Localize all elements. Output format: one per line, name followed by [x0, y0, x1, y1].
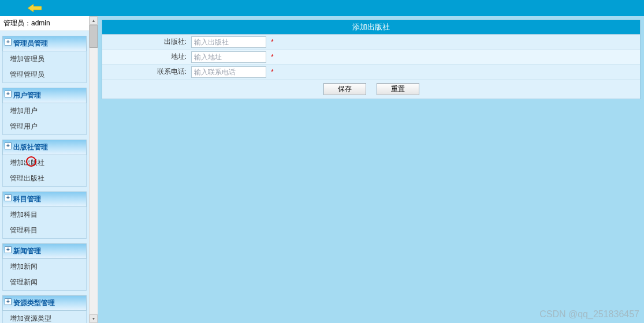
content-area: 添加出版社 出版社: * 地址: * 联系电话: * — [98, 16, 644, 323]
label-phone: 联系电话: — [102, 67, 189, 77]
input-phone[interactable] — [191, 66, 266, 78]
admin-name: admin — [31, 19, 50, 27]
sidebar-item-manage-admin[interactable]: 管理管理员 — [3, 67, 86, 82]
menu-header-user[interactable]: 用户管理 — [2, 88, 87, 103]
form-panel: 添加出版社 出版社: * 地址: * 联系电话: * — [102, 20, 641, 99]
required-mark: * — [271, 68, 274, 76]
label-address: 地址: — [102, 52, 189, 62]
admin-info: 管理员：admin — [0, 16, 89, 31]
save-button[interactable]: 保存 — [323, 83, 366, 95]
scroll-up-icon[interactable]: ▴ — [90, 16, 98, 25]
menu-header-admin[interactable]: 管理员管理 — [2, 36, 87, 51]
scroll-thumb[interactable] — [90, 25, 98, 48]
sidebar-item-manage-subject[interactable]: 管理科目 — [3, 223, 86, 238]
sidebar-item-manage-user[interactable]: 管理用户 — [3, 119, 86, 134]
menu-group-news: 新闻管理 增加新闻 管理新闻 — [2, 243, 87, 291]
menu-header-news[interactable]: 新闻管理 — [2, 243, 87, 259]
row-publisher: 出版社: * — [102, 35, 640, 50]
menu-group-subject: 科目管理 增加科目 管理科目 — [2, 191, 87, 239]
panel-title: 添加出版社 — [102, 20, 640, 35]
menu-header-resource[interactable]: 资源类型管理 — [2, 295, 87, 311]
menu-group-admin: 管理员管理 增加管理员 管理管理员 — [2, 36, 87, 83]
sidebar: 管理员：admin 管理员管理 增加管理员 管理管理员 用户管理 增加用户 管理… — [0, 16, 98, 323]
menu-group-user: 用户管理 增加用户 管理用户 — [2, 88, 87, 135]
row-phone: 联系电话: * — [102, 65, 640, 80]
scrollbar[interactable]: ▴ ▾ — [89, 16, 98, 323]
input-publisher[interactable] — [191, 36, 266, 48]
sidebar-item-add-subject[interactable]: 增加科目 — [3, 207, 86, 223]
menu-group-publisher: 出版社管理 增加出版社 管理出版社 — [2, 140, 87, 187]
menu-header-publisher[interactable]: 出版社管理 — [2, 140, 87, 155]
reset-button[interactable]: 重置 — [377, 83, 419, 95]
row-address: 地址: * — [102, 50, 640, 65]
sidebar-item-manage-news[interactable]: 管理新闻 — [3, 275, 86, 290]
sidebar-item-add-resource[interactable]: 增加资源类型 — [3, 311, 86, 323]
menu-header-subject[interactable]: 科目管理 — [2, 191, 87, 207]
sidebar-item-add-news[interactable]: 增加新闻 — [3, 259, 86, 275]
admin-prefix: 管理员： — [3, 19, 31, 27]
svg-marker-0 — [28, 4, 42, 12]
sidebar-item-add-admin[interactable]: 增加管理员 — [3, 51, 86, 67]
label-publisher: 出版社: — [102, 37, 189, 47]
menu-group-resource: 资源类型管理 增加资源类型 管理资源类型 — [2, 295, 87, 323]
topbar — [0, 0, 644, 16]
sidebar-item-add-publisher[interactable]: 增加出版社 — [3, 155, 86, 171]
scroll-down-icon[interactable]: ▾ — [90, 314, 98, 323]
required-mark: * — [271, 53, 274, 61]
sidebar-item-add-user[interactable]: 增加用户 — [3, 103, 86, 119]
sidebar-item-manage-publisher[interactable]: 管理出版社 — [3, 171, 86, 186]
required-mark: * — [271, 38, 274, 46]
input-address[interactable] — [191, 51, 266, 63]
button-row: 保存 重置 — [102, 80, 640, 99]
back-arrow-icon[interactable] — [28, 4, 42, 12]
